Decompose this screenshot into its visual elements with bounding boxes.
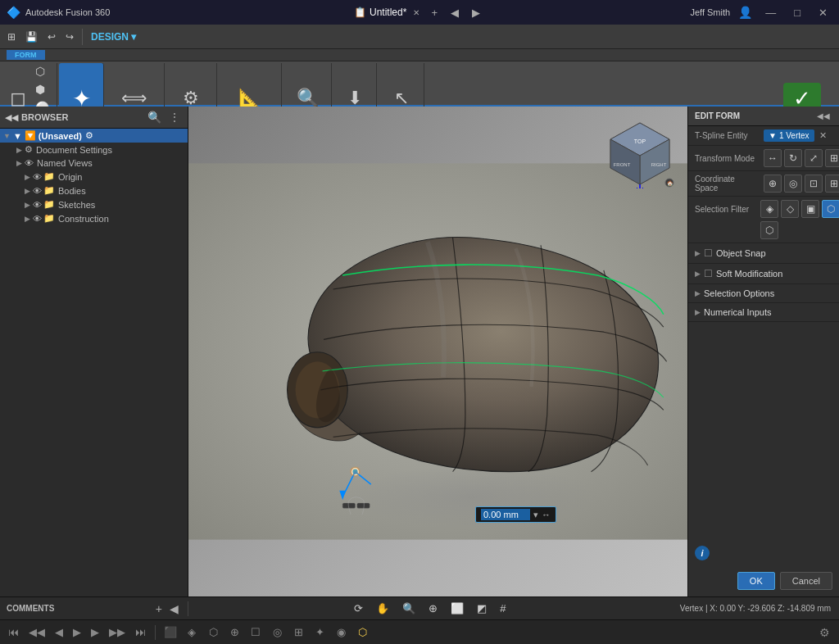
tl-icon-8[interactable]: ✦ [311,624,329,641]
selection-options-header[interactable]: ▶ Selection Options [688,284,839,302]
soft-modification-title: Soft Modification [716,269,782,279]
tl-icon-10[interactable]: ⬡ [353,624,371,641]
redo-button[interactable]: ↪ [61,29,78,44]
tl-icon-1[interactable]: ⬛ [161,624,179,641]
apps-button[interactable]: ⊞ [3,29,20,44]
browser-options-btn[interactable]: ⋮ [166,110,183,125]
distance-input[interactable] [481,509,530,520]
browser-item-bodies[interactable]: ▶ 👁 📁 Bodies [0,184,188,197]
coord-local-btn[interactable]: ◎ [784,175,802,193]
navcube[interactable]: TOP RIGHT FRONT 🏠 [605,119,675,188]
browser-item-named-views[interactable]: ▶ 👁 Named Views [0,156,188,170]
tl-icon-6[interactable]: ◎ [268,624,286,641]
comments-add-btn[interactable]: + [153,601,165,616]
coord-view-btn[interactable]: ⊞ [825,175,839,193]
edit-form-header: EDIT FORM ◀◀ [688,107,839,126]
new-tab-button[interactable]: + [426,5,442,20]
info-icon[interactable]: i [695,546,710,560]
display-mode-btn[interactable]: ◩ [473,601,491,616]
app-name: Autodesk Fusion 360 [25,7,110,17]
app-icon: 🔷 [7,6,20,19]
timeline-play-btn[interactable]: ▶ [70,624,84,640]
tl-icon-2[interactable]: ◈ [183,624,201,641]
origin-label: Origin [58,172,82,182]
soft-modification-header[interactable]: ▶ ☐ Soft Modification [688,264,839,283]
timeline-step-fwd-btn[interactable]: ▶ [88,624,102,640]
browser-item-unsaved[interactable]: ▼ ▼ 🔽 (Unsaved) ⚙ [0,129,188,143]
sketches-arrow: ▶ [25,201,30,209]
filter-body-btn[interactable]: ⬡ [822,200,839,218]
forward-nav-button[interactable]: ▶ [467,5,485,20]
design-dropdown[interactable]: DESIGN ▾ [87,29,140,44]
expand-arrow: ▼ [3,132,11,140]
plus-icon: + [431,7,438,19]
minimize-button[interactable]: — [760,5,781,20]
tl-icon-4[interactable]: ⊕ [225,624,243,641]
fit-btn[interactable]: ⊕ [424,601,442,616]
maximize-button[interactable]: □ [789,5,805,20]
vertex-coordinates: Vertex | X: 0.00 Y: -29.606 Z: -14.809 m… [672,604,839,613]
create-icon-1[interactable]: ⬡ [33,63,52,79]
edit-form-panel: EDIT FORM ◀◀ T-Spline Entity ▼ 1 Vertex … [687,107,839,596]
ef-collapse-btn[interactable]: ◀◀ [814,111,832,121]
file-tab-icon: 📋 [354,7,366,18]
close-button[interactable]: ✕ [814,5,832,20]
transform-move-btn[interactable]: ↔ [764,149,782,167]
ok-button[interactable]: OK [737,572,775,590]
timeline-next-btn[interactable]: ▶▶ [106,624,129,640]
timeline-step-back-btn[interactable]: ◀ [52,624,66,640]
views-icon: 👁 [25,158,34,168]
selection-filter-row: Selection Filter ◈ ◇ ▣ ⬡ ⬡ [688,197,839,243]
browser-item-doc-settings[interactable]: ▶ ⚙ Document Settings [0,143,188,156]
vertex-chip[interactable]: ▼ 1 Vertex [764,129,814,142]
transform-scale-btn[interactable]: ⤢ [805,149,823,167]
tl-icon-9[interactable]: ◉ [332,624,350,641]
back-nav-button[interactable]: ◀ [446,5,464,20]
browser-item-sketches[interactable]: ▶ 👁 📁 Sketches [0,197,188,211]
comments-toggle-btn[interactable]: ◀ [167,601,181,616]
timeline-prev-begin-btn[interactable]: ⏮ [5,624,22,640]
orbit-btn[interactable]: ⟳ [350,601,367,616]
tl-icon-5[interactable]: ☐ [247,624,265,641]
transform-rotate-btn[interactable]: ↻ [784,149,802,167]
file-name[interactable]: Untitled* [370,7,406,18]
close-tab-button[interactable]: ✕ [410,7,423,18]
doc-icon: ⚙ [25,144,33,155]
timeline-gear-btn[interactable]: ⚙ [815,624,834,641]
numerical-inputs-header[interactable]: ▶ Numerical Inputs [688,303,839,321]
undo-button[interactable]: ↩ [43,29,60,44]
zoom-btn[interactable]: 🔍 [398,601,420,616]
timeline-prev-btn[interactable]: ◀◀ [25,624,48,640]
tl-icon-7[interactable]: ⊞ [289,624,307,641]
clear-entity-btn[interactable]: ✕ [817,129,829,142]
pan-btn[interactable]: ✋ [372,601,393,616]
move-input-icon[interactable]: ↔ [542,510,551,519]
filter-edge-btn[interactable]: ◇ [781,200,799,218]
browser-tree: ▼ ▼ 🔽 (Unsaved) ⚙ ▶ ⚙ Document Settings … [0,129,188,225]
soft-mod-arrow: ▶ [695,270,701,278]
object-snap-header[interactable]: ▶ ☐ Object Snap [688,243,839,263]
timeline-next-end-btn[interactable]: ⏭ [132,624,149,640]
filter-face-btn[interactable]: ▣ [801,200,819,218]
transform-mode-row: Transform Mode ↔ ↻ ⤢ ⊞ [688,146,839,171]
save-button[interactable]: 💾 [21,29,42,44]
unsaved-settings-icon[interactable]: ⚙ [85,130,93,141]
browser-item-construction[interactable]: ▶ 👁 📁 Construction [0,211,188,225]
coord-screen-btn[interactable]: ⊡ [805,175,823,193]
coordinate-space-row: Coordinate Space ⊕ ◎ ⊡ ⊞ [688,171,839,197]
cancel-button[interactable]: Cancel [780,572,832,590]
grid-btn[interactable]: # [496,601,510,616]
filter-vertex-btn[interactable]: ◈ [760,200,778,218]
view-cube-btn[interactable]: ⬜ [447,601,468,616]
timeline-separator [155,625,156,640]
coord-world-btn[interactable]: ⊕ [764,175,782,193]
tl-icon-3[interactable]: ⬡ [204,624,222,641]
ribbon: FORM ◻ ⬡ ⬢ ⚪ 💠 CREATE ▾ [0,49,839,107]
browser-search-btn[interactable]: 🔍 [145,110,164,125]
filter-extra-btn[interactable]: ⬡ [760,221,778,239]
transform-all-btn[interactable]: ⊞ [825,149,839,167]
viewport[interactable]: TOP RIGHT FRONT 🏠 ▾ ↔ [188,107,687,596]
create-icon-2[interactable]: ⬢ [33,81,52,98]
dropdown-arrow-icon[interactable]: ▾ [533,510,538,520]
browser-item-origin[interactable]: ▶ 👁 📁 Origin [0,170,188,184]
